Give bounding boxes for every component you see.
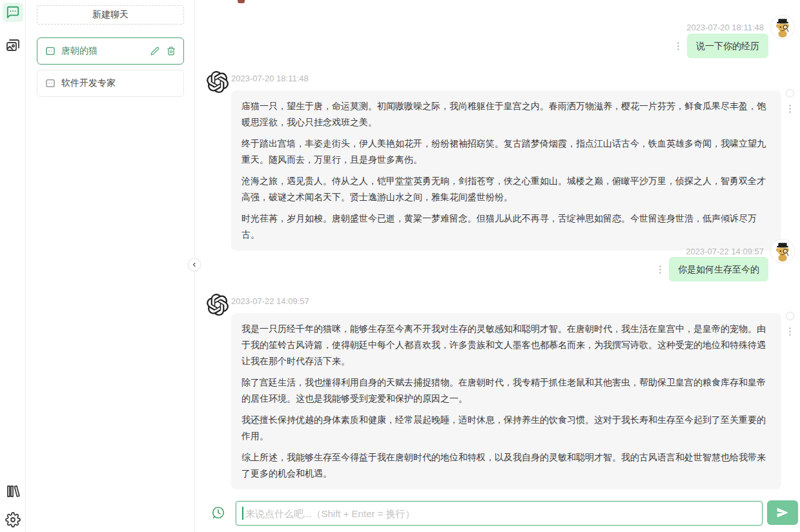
- assistant-paragraph: 除了宫廷生活，我也懂得利用自身的天赋去捕捉猎物。在唐朝时代，我专精于抓住老鼠和其…: [241, 374, 771, 407]
- assistant-paragraph: 庙猫一只，望生于唐，命运莫测。初闻嗷嗷噪之际，我尚稚躯住于皇宫之内。春雨洒万物滋…: [241, 98, 771, 130]
- chevron-left-icon: [190, 261, 198, 269]
- send-button[interactable]: [767, 500, 798, 525]
- assistant-paragraph: 沧海之旅，遇见贵人。侍从之人，铠甲堂堂英勇无晌，剑指苍穹，侠之心重如山。城楼之巅…: [241, 173, 771, 205]
- send-plane-icon: [776, 506, 789, 519]
- message-timestamp: 2023-07-20 18:11:48: [686, 23, 764, 32]
- assistant-paragraph: 我还擅长保持优越的身体素质和健康，经常晨起晚睡，适时休息，保持养生的饮食习惯。这…: [241, 412, 771, 444]
- user-message: 说一下你的经历: [677, 34, 768, 58]
- message-input-wrap: [236, 501, 763, 526]
- message-menu-icon[interactable]: [659, 265, 661, 274]
- chat-square-icon: [45, 78, 56, 88]
- message-menu-icon[interactable]: [677, 42, 679, 50]
- message-timestamp: 2023-07-22 14:09:57: [686, 247, 764, 256]
- message-timestamp: 2023-07-22 14:09:57: [231, 296, 309, 306]
- sidebar-item-software-expert[interactable]: 软件开发专家: [37, 70, 184, 97]
- user-avatar: [770, 15, 795, 39]
- assistant-paragraph: 综上所述，我能够生存至今得益于我在唐朝时代的地位和特权，以及我自身的灵敏和聪明才…: [241, 449, 771, 482]
- assistant-paragraph: 终于踏出宫墙，丰姿走街头，伊人美艳如花开，纷纷裙袖招窈笑。复古踏梦倚烟霞，指点江…: [241, 136, 771, 168]
- openai-logo-icon: [207, 71, 229, 93]
- icon-rail: [0, 0, 26, 532]
- assistant-message-bubble: 我是一只历经千年的猫咪，能够生存至今离不开我对生存的灵敏感知和聪明才智。在唐朝时…: [231, 313, 781, 489]
- settings-gear-icon: [5, 512, 21, 527]
- assistant-paragraph: 时光荏苒，岁月如梭。唐朝盛世今已逝，黄粱一梦难留念。但猫儿从此不再寻，舌绽神思如…: [241, 210, 771, 243]
- new-chat-button[interactable]: 新建聊天: [37, 5, 184, 25]
- message-menu-icon[interactable]: [789, 105, 791, 113]
- assistant-message-actions: [786, 312, 794, 336]
- status-circle-icon[interactable]: [786, 89, 794, 97]
- user-message-bubble: 你是如何生存至今的: [669, 257, 768, 281]
- user-avatar: [770, 239, 795, 263]
- assistant-paragraph: 我是一只历经千年的猫咪，能够生存至今离不开我对生存的灵敏感知和聪明才智。在唐朝时…: [241, 321, 771, 369]
- user-message-bubble: 说一下你的经历: [687, 34, 768, 58]
- sidebar-item-tang-cat[interactable]: 唐朝的猫: [37, 37, 184, 65]
- chat-bubble-icon: [6, 5, 20, 19]
- chat-title: 唐朝的猫: [61, 45, 145, 57]
- chat-title: 软件开发专家: [61, 77, 176, 89]
- image-gallery-icon: [5, 38, 21, 54]
- nav-gallery-button[interactable]: [3, 36, 23, 56]
- user-message: 你是如何生存至今的: [659, 257, 768, 281]
- openai-logo-icon: [207, 294, 229, 316]
- nav-chats-button[interactable]: [3, 3, 23, 22]
- sidebar-collapse-button[interactable]: [188, 258, 201, 271]
- message-timestamp: 2023-07-20 18:11:48: [231, 74, 309, 83]
- edit-chat-icon[interactable]: [150, 46, 159, 56]
- clipped-scrolled-content: [238, 0, 245, 3]
- chat-square-icon: [45, 46, 56, 56]
- assistant-message-bubble: 庙猫一只，望生于唐，命运莫测。初闻嗷嗷噪之际，我尚稚躯住于皇宫之内。春雨洒万物滋…: [231, 90, 781, 251]
- text-caret: [242, 507, 243, 520]
- nav-settings-button[interactable]: [3, 510, 23, 529]
- library-books-icon: [5, 484, 21, 499]
- status-circle-icon[interactable]: [786, 312, 794, 320]
- message-menu-icon[interactable]: [789, 327, 791, 336]
- history-clock-icon[interactable]: [211, 506, 225, 520]
- assistant-message-actions: [786, 89, 794, 113]
- message-input[interactable]: [236, 501, 763, 526]
- delete-chat-icon[interactable]: [167, 46, 176, 56]
- nav-library-button[interactable]: [3, 482, 23, 501]
- chat-main: 2023-07-20 18:11:48 说一下你的经历: [196, 0, 800, 532]
- chat-sidebar: 新建聊天 唐朝的猫: [26, 0, 195, 532]
